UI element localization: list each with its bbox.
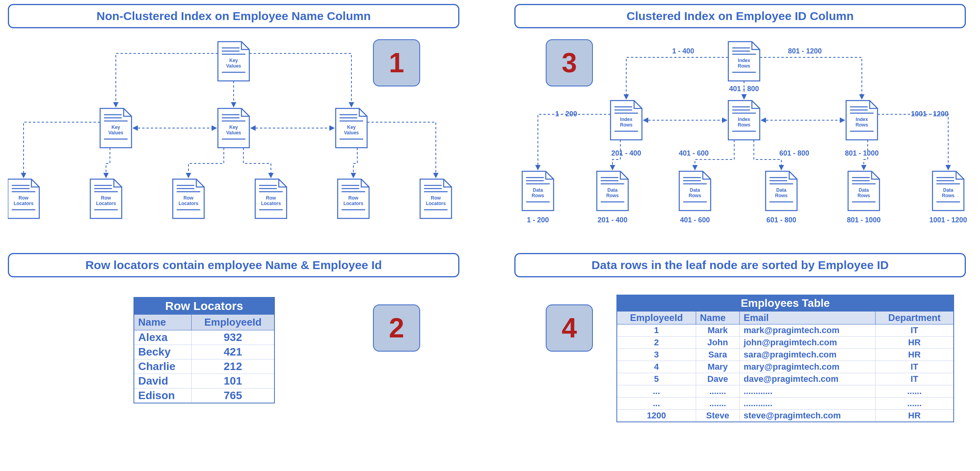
emp-col-name: Name bbox=[696, 312, 739, 324]
svg-text:Index: Index bbox=[738, 117, 750, 122]
row-locators-header: Row Locators bbox=[134, 297, 274, 315]
table-row: ............................ bbox=[617, 385, 954, 398]
svg-text:Rows: Rows bbox=[856, 122, 868, 128]
svg-text:Row: Row bbox=[266, 195, 276, 201]
svg-text:801 - 1000: 801 - 1000 bbox=[847, 216, 881, 224]
table-row: 1200Stevesteve@pragimtech.comHR bbox=[617, 410, 954, 422]
svg-text:Values: Values bbox=[226, 130, 241, 136]
table-row: 5Davedave@pragimtech.comIT bbox=[617, 373, 954, 385]
svg-text:Rows: Rows bbox=[532, 193, 544, 198]
rl-col-name: Name bbox=[134, 315, 192, 330]
emp-col-id: EmployeeId bbox=[617, 312, 696, 324]
datarows-title: Data rows in the leaf node are sorted by… bbox=[514, 253, 966, 277]
svg-text:1 - 200: 1 - 200 bbox=[527, 216, 549, 224]
svg-text:601 - 800: 601 - 800 bbox=[766, 216, 796, 224]
table-row: 4Marymary@pragimtech.comIT bbox=[617, 361, 954, 373]
svg-text:Index: Index bbox=[856, 117, 868, 122]
svg-text:1001 - 1200: 1001 - 1200 bbox=[929, 216, 967, 224]
svg-text:Rows: Rows bbox=[738, 122, 750, 128]
svg-text:Row: Row bbox=[18, 195, 29, 201]
svg-text:Locators: Locators bbox=[96, 201, 116, 206]
datarows-title-text: Data rows in the leaf node are sorted by… bbox=[592, 258, 889, 272]
root-doc-text-l2: Values bbox=[226, 63, 241, 69]
svg-text:Locators: Locators bbox=[344, 201, 364, 206]
svg-text:Data: Data bbox=[943, 187, 953, 193]
rl-col-empid: EmployeeId bbox=[192, 315, 274, 330]
table-row: ............................ bbox=[617, 398, 954, 410]
svg-text:601 - 800: 601 - 800 bbox=[779, 149, 809, 157]
table-row: Alexa932 bbox=[134, 330, 274, 345]
svg-text:Data: Data bbox=[859, 187, 869, 193]
table-row: 3Sarasara@pragimtech.comHR bbox=[617, 349, 954, 361]
svg-text:Locators: Locators bbox=[179, 201, 199, 206]
svg-text:Key: Key bbox=[347, 125, 356, 130]
employees-body: 1Markmark@pragimtech.comIT 2Johnjohn@pra… bbox=[617, 324, 954, 422]
row-locators-body: Alexa932 Becky421 Charlie212 David101 Ed… bbox=[134, 330, 274, 403]
table-row: David101 bbox=[134, 374, 274, 389]
row-locators-title-text: Row locators contain employee Name & Emp… bbox=[85, 258, 382, 272]
svg-text:801 - 1200: 801 - 1200 bbox=[788, 47, 822, 55]
svg-text:201 - 400: 201 - 400 bbox=[598, 216, 627, 224]
clustered-tree: Index Rows 1 - 400 401 - 800 801 - 1200 … bbox=[514, 34, 974, 246]
svg-text:Values: Values bbox=[344, 130, 359, 136]
nonclustered-tree: Key Values Key Values Key Values Key Val… bbox=[8, 34, 459, 246]
svg-text:Index: Index bbox=[620, 117, 633, 122]
employees-table: Employees Table EmployeeId Name Email De… bbox=[616, 295, 954, 422]
badge-4: 4 bbox=[546, 304, 593, 352]
svg-text:Values: Values bbox=[108, 130, 123, 136]
svg-text:Rows: Rows bbox=[738, 63, 750, 69]
svg-text:Data: Data bbox=[776, 187, 786, 193]
clustered-title-text: Clustered Index on Employee ID Column bbox=[627, 9, 854, 23]
root-doc-text-l1: Key bbox=[229, 58, 238, 63]
svg-text:Rows: Rows bbox=[775, 193, 788, 198]
svg-text:Row: Row bbox=[431, 195, 441, 201]
svg-text:Data: Data bbox=[690, 187, 700, 193]
diagram-canvas: Non-Clustered Index on Employee Name Col… bbox=[0, 0, 980, 471]
svg-text:1 - 400: 1 - 400 bbox=[672, 47, 694, 55]
table-row: 1Markmark@pragimtech.comIT bbox=[617, 324, 954, 337]
svg-text:Rows: Rows bbox=[942, 193, 954, 198]
svg-text:401 - 600: 401 - 600 bbox=[680, 216, 710, 224]
svg-text:Rows: Rows bbox=[606, 193, 619, 198]
clustered-title: Clustered Index on Employee ID Column bbox=[514, 4, 966, 28]
svg-text:Row: Row bbox=[348, 195, 358, 201]
table-row: Edison765 bbox=[134, 389, 274, 403]
svg-text:401 - 600: 401 - 600 bbox=[679, 149, 709, 157]
svg-text:Row: Row bbox=[183, 195, 194, 201]
nonclustered-title-text: Non-Clustered Index on Employee Name Col… bbox=[97, 9, 371, 23]
row-locators-title: Row locators contain employee Name & Emp… bbox=[8, 253, 459, 277]
svg-text:Rows: Rows bbox=[689, 193, 701, 198]
svg-text:Key: Key bbox=[229, 125, 238, 130]
svg-text:Locators: Locators bbox=[261, 201, 281, 206]
svg-text:Locators: Locators bbox=[14, 201, 34, 206]
emp-col-dept: Department bbox=[876, 312, 954, 324]
badge-2: 2 bbox=[373, 304, 420, 352]
svg-text:Rows: Rows bbox=[858, 193, 870, 198]
badge-4-text: 4 bbox=[562, 312, 577, 344]
svg-text:201 - 400: 201 - 400 bbox=[611, 149, 641, 157]
svg-text:Rows: Rows bbox=[620, 122, 633, 128]
row-locators-table: Row Locators Name EmployeeId Alexa932 Be… bbox=[133, 297, 275, 403]
svg-text:Row: Row bbox=[101, 195, 111, 201]
nonclustered-title: Non-Clustered Index on Employee Name Col… bbox=[8, 4, 459, 28]
badge-2-text: 2 bbox=[389, 312, 404, 344]
svg-text:Data: Data bbox=[533, 187, 543, 193]
table-row: Charlie212 bbox=[134, 359, 274, 374]
emp-col-email: Email bbox=[739, 312, 875, 324]
svg-text:Index: Index bbox=[738, 58, 750, 63]
employees-header: Employees Table bbox=[617, 295, 954, 312]
svg-text:801 - 1000: 801 - 1000 bbox=[845, 149, 879, 157]
table-row: Becky421 bbox=[134, 345, 274, 359]
svg-text:Key: Key bbox=[112, 125, 120, 130]
svg-text:Data: Data bbox=[607, 187, 618, 193]
table-row: 2Johnjohn@pragimtech.comHR bbox=[617, 337, 954, 349]
svg-text:Locators: Locators bbox=[426, 201, 446, 206]
